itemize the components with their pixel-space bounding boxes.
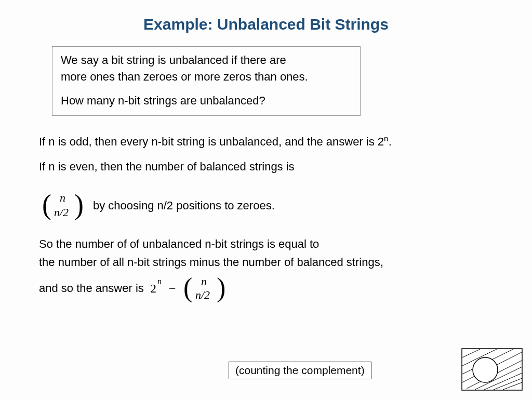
- binom1-bot: n/2: [54, 206, 69, 219]
- odd-text-post: .: [389, 135, 392, 148]
- svg-text:): ): [74, 189, 84, 220]
- def-line-1a: We say a bit string is unbalanced if the…: [61, 52, 352, 69]
- binom2-top: n: [201, 275, 207, 288]
- concl-line-2: the number of all n-bit strings minus th…: [39, 253, 496, 271]
- body-content: If n is odd, then every n-bit string is …: [39, 132, 496, 305]
- svg-point-14: [473, 357, 498, 382]
- even-intro: If n is even, then the number of balance…: [39, 158, 496, 176]
- definition-box: We say a bit string is unbalanced if the…: [52, 46, 361, 116]
- binom1-top: n: [60, 191, 65, 204]
- svg-text:(: (: [42, 189, 51, 220]
- binom2-bot: n/2: [195, 288, 210, 301]
- answer-row: and so the answer is 2 n − ( n n/2 ): [39, 272, 496, 305]
- even-after-text: by choosing n/2 positions to zeroes.: [93, 197, 275, 215]
- def-spacer: [61, 85, 352, 92]
- answer-formula: 2 n − ( n n/2 ): [148, 272, 236, 305]
- complement-caption: (counting the complement): [229, 362, 371, 379]
- complement-diagram-icon: [461, 348, 523, 391]
- concl-line-3: and so the answer is: [39, 279, 144, 297]
- svg-text:(: (: [183, 273, 192, 303]
- minus-sign: −: [169, 282, 176, 295]
- slide-title: Example: Unbalanced Bit Strings: [0, 0, 532, 33]
- conclusion: So the number of of unbalanced n-bit str…: [39, 235, 496, 304]
- odd-text-pre: If n is odd, then every n-bit string is …: [39, 135, 384, 148]
- svg-text:): ): [217, 273, 225, 303]
- odd-case: If n is odd, then every n-bit string is …: [39, 132, 496, 151]
- def-question: How many n-bit strings are unbalanced?: [61, 92, 352, 109]
- def-line-1b: more ones than zeroes or more zeros than…: [61, 69, 352, 85]
- power-exp: n: [157, 277, 162, 286]
- concl-line-1: So the number of of unbalanced n-bit str…: [39, 235, 496, 253]
- power-base: 2: [150, 282, 156, 295]
- even-math-row: ( n n/2 ) by choosing n/2 positions to z…: [39, 187, 496, 224]
- odd-exponent: n: [384, 134, 389, 143]
- binomial-1: ( n n/2 ): [39, 187, 86, 224]
